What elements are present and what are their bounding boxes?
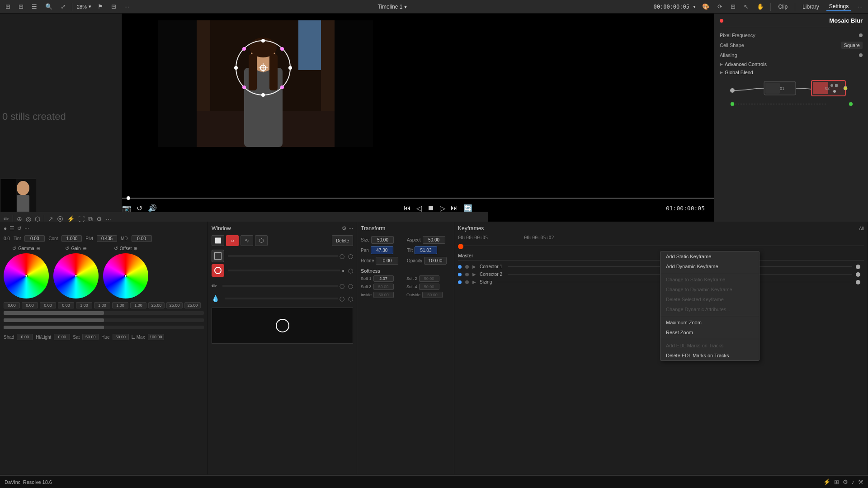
view-icon[interactable]: ⊟ (109, 2, 118, 11)
stop-button[interactable]: ⏹ (427, 204, 434, 212)
window-settings-icon[interactable]: ⚙ (342, 225, 347, 232)
val-2[interactable]: 0.00 (40, 302, 56, 308)
offset-slider-track[interactable] (4, 326, 204, 329)
wheels-circle-icon[interactable]: ● (4, 225, 7, 232)
ctx-add-static[interactable]: Add Static Keyframe (660, 251, 759, 261)
win-square-thumb[interactable] (212, 250, 224, 262)
eyedrop-toggle2[interactable]: ◯ (348, 296, 353, 301)
win-row1-toggle[interactable]: ◯ (340, 254, 344, 259)
zoom-control[interactable]: 28% ▾ (77, 4, 91, 9)
ctx-add-dynamic[interactable]: Add Dynamic Keyframe (660, 261, 759, 271)
loop-icon[interactable]: ↺ (137, 204, 142, 213)
eyedropper-icon[interactable]: 💧 (212, 295, 219, 302)
bezier-shape-button[interactable]: ⬡ (255, 235, 268, 246)
cont-value[interactable]: 1.000 (61, 235, 82, 242)
val-0[interactable]: 0.00 (4, 302, 20, 308)
grid-icon[interactable]: ⊞ (17, 2, 25, 11)
timecode-chevron[interactable]: ▾ (693, 4, 696, 10)
val-1[interactable]: 0.00 (22, 302, 38, 308)
val-6[interactable]: 1.00 (112, 302, 128, 308)
val-7[interactable]: 1.00 (130, 302, 146, 308)
soft1-value[interactable]: 2.07 (373, 275, 394, 282)
rect-shape-button[interactable]: ⬜ (212, 235, 224, 246)
sync-icon[interactable]: ⟳ (716, 2, 724, 11)
gain-wheel[interactable] (53, 253, 99, 298)
kf-s-expand[interactable]: ▶ (472, 280, 476, 284)
timeline-chevron[interactable]: ▾ (404, 4, 407, 10)
sat-value[interactable]: 50.00 (82, 334, 99, 340)
shad-value[interactable]: 0.00 (17, 334, 33, 340)
offset-cross-icon[interactable]: ⊕ (133, 246, 137, 251)
ctx-reset-zoom[interactable]: Reset Zoom (660, 327, 759, 337)
outside-value[interactable]: 50.00 (422, 292, 443, 298)
status-icon4[interactable]: ♪ (852, 479, 855, 485)
size-value[interactable]: 50.00 (371, 236, 394, 244)
pencil-icon[interactable]: ✏ (212, 282, 217, 289)
circle-shape-button[interactable]: ○ (226, 235, 239, 246)
tint-value[interactable]: 0.00 (24, 235, 45, 242)
ctx-max-zoom[interactable]: Maximum Zoom (660, 317, 759, 327)
skip-end-button[interactable]: ⏭ (451, 204, 458, 212)
pencil-toggle1[interactable]: ◯ (340, 284, 344, 289)
library-tab[interactable]: Library (800, 3, 822, 11)
wheels-menu-icon[interactable]: ☰ (9, 225, 14, 232)
wheels-reset-icon[interactable]: ↺ (17, 225, 22, 232)
gain-cross-icon[interactable]: ⊕ (83, 246, 87, 251)
prev-frame-button[interactable]: ◁ (416, 204, 422, 213)
md-value[interactable]: 0.00 (132, 235, 152, 242)
inside-value[interactable]: 50.00 (373, 292, 394, 298)
val-10[interactable]: 25.00 (184, 302, 201, 308)
play-button[interactable]: ▷ (440, 204, 445, 213)
settings-tab[interactable]: Settings (826, 2, 851, 11)
clip-thumbnail[interactable] (0, 179, 36, 215)
kf-c2-expand[interactable]: ▶ (472, 272, 476, 277)
wheels-more-icon[interactable]: ··· (24, 225, 29, 232)
repeat-icon[interactable]: 🔄 (463, 204, 472, 213)
val-8[interactable]: 25.00 (148, 302, 165, 308)
status-icon2[interactable]: ⊞ (834, 479, 839, 485)
soft3-value[interactable]: 50.00 (373, 284, 394, 290)
gamma-wheel[interactable] (4, 253, 49, 298)
list-icon[interactable]: ☰ (30, 2, 39, 11)
cell-shape-dropdown[interactable]: Square (841, 42, 863, 49)
gamma-slider-track[interactable] (4, 311, 204, 315)
layout-icon[interactable]: ⊞ (4, 2, 12, 11)
pencil-toggle2[interactable]: ◯ (348, 284, 353, 289)
opacity-value[interactable]: 100.00 (424, 257, 447, 265)
gain-reset-icon[interactable]: ↺ (65, 246, 69, 251)
win-row2-toggle[interactable]: ● (342, 268, 344, 273)
cursor-icon[interactable]: ↖ (742, 2, 750, 11)
more-icon[interactable]: ··· (123, 2, 131, 11)
delete-button[interactable]: Delete (332, 235, 353, 246)
curve-shape-button[interactable]: ∿ (241, 235, 253, 246)
val-5[interactable]: 1.00 (94, 302, 110, 308)
soft4-value[interactable]: 50.00 (419, 284, 439, 290)
rotate-value[interactable]: 0.00 (376, 257, 398, 265)
flag-icon[interactable]: ⚑ (96, 2, 105, 11)
hue-value[interactable]: 50.00 (113, 334, 129, 340)
hand-icon[interactable]: ✋ (755, 2, 766, 11)
aspect-value[interactable]: 50.00 (423, 236, 445, 244)
offset-reset-icon[interactable]: ↺ (114, 246, 118, 251)
clip-tab[interactable]: Clip (775, 3, 790, 11)
ctx-delete-edl[interactable]: Delete EDL Marks on Tracks (660, 351, 759, 360)
win-circle-thumb[interactable] (212, 264, 224, 277)
val-9[interactable]: 25.00 (166, 302, 183, 308)
kf-c1-expand[interactable]: ▶ (472, 264, 476, 269)
hilight-value[interactable]: 0.00 (54, 334, 70, 340)
status-icon5[interactable]: ⚒ (858, 479, 863, 485)
pan-value[interactable]: 47.30 (371, 246, 393, 254)
zoom-chevron[interactable]: ▾ (89, 4, 91, 9)
kf-all-label[interactable]: All (859, 226, 864, 231)
camera-icon[interactable]: 📷 (122, 204, 131, 213)
speaker-icon[interactable]: 🔊 (148, 204, 157, 213)
val-4[interactable]: 1.00 (76, 302, 92, 308)
gamma-cross-icon[interactable]: ⊕ (36, 246, 40, 251)
tilt-value[interactable]: 51.03 (415, 246, 437, 254)
eyedrop-toggle1[interactable]: ◯ (340, 296, 344, 301)
search-icon[interactable]: 🔍 (43, 2, 54, 11)
crop-icon[interactable]: ⊞ (729, 2, 737, 11)
gain-slider-track[interactable] (4, 318, 204, 322)
pivot-value[interactable]: 0.435 (97, 235, 117, 242)
soft2-value[interactable]: 50.00 (419, 275, 439, 282)
